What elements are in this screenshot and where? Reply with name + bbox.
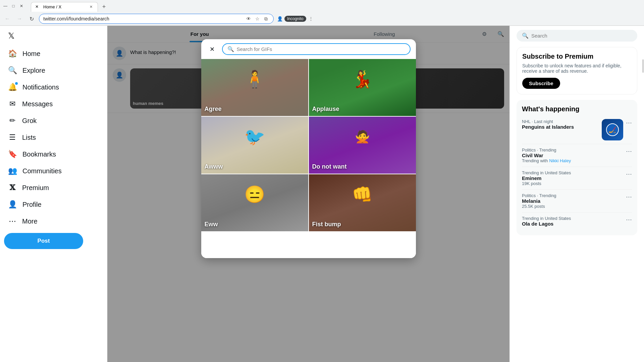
sidebar-label-bookmarks: Bookmarks — [22, 150, 56, 158]
back-button[interactable]: ← — [3, 14, 12, 23]
trending-options-eminem[interactable]: ⋯ — [626, 170, 632, 178]
gif-grid: 🧍 Agree 💃 Applause 🐦 — [201, 59, 416, 231]
x-logo[interactable]: 𝕏 — [4, 28, 103, 43]
post-button[interactable]: Post — [4, 233, 83, 249]
trending-options-melania[interactable]: ⋯ — [626, 193, 632, 200]
gif-awww-person: 🐦 — [201, 117, 308, 157]
trending-item-ola-de-lagos[interactable]: Trending in United States Ola de Lagos ⋯ — [522, 213, 632, 230]
sidebar-item-bookmarks[interactable]: 🔖 Bookmarks — [4, 146, 103, 162]
content-area: For you Following ⚙ 🔍 👤 What is happenin… — [107, 26, 510, 362]
trending-card: What's happening NHL · Last night Pengui… — [517, 100, 637, 235]
gif-cell-do-not-want[interactable]: 🙅 Do not want — [309, 117, 416, 174]
close-button[interactable]: ✕ — [19, 3, 24, 9]
eye-icon[interactable]: 👁 — [245, 15, 252, 22]
sidebar-label-profile: Profile — [22, 201, 42, 208]
browser-tab-active[interactable]: ✕ Home / X ✕ — [31, 2, 98, 12]
sidebar-item-messages[interactable]: ✉ Messages — [4, 96, 103, 112]
gif-modal: ✕ 🔍 🧍 Agree 💃 — [201, 39, 416, 258]
trending-sub-link-civil-war[interactable]: Nikki Haley — [549, 158, 571, 163]
trending-item-eminem[interactable]: Trending in United States Eminem 19K pos… — [522, 167, 632, 190]
sidebar-label-lists: Lists — [22, 134, 36, 141]
address-bar-row: ← → ↻ 👁 ☆ ⧉ 👤 Incognito ⋮ — [0, 12, 644, 25]
trending-options-penguins[interactable]: ⋯ — [626, 119, 632, 126]
gif-cell-awww[interactable]: 🐦 Awww — [201, 117, 308, 174]
trending-name-penguins: Penguins at Islanders — [522, 124, 599, 130]
profile-icon[interactable]: 👤 — [276, 15, 283, 22]
sidebar-item-home[interactable]: 🏠 Home — [4, 46, 103, 61]
address-bar-icons: 👁 ☆ ⧉ — [245, 15, 269, 22]
sidebar-item-explore[interactable]: 🔍 Explore — [4, 63, 103, 78]
trending-item-civil-war[interactable]: Politics · Trending Civil War Trending w… — [522, 144, 632, 167]
sidebar-label-more: More — [22, 218, 38, 225]
messages-icon: ✉ — [8, 100, 17, 108]
window-controls: — □ ✕ — [3, 3, 24, 9]
url-input[interactable] — [43, 16, 243, 21]
premium-icon: 𝕏 — [8, 183, 17, 192]
minimize-button[interactable]: — — [3, 3, 8, 9]
sidebar-label-explore: Explore — [22, 67, 45, 74]
sidebar-item-premium[interactable]: 𝕏 Premium — [4, 180, 103, 195]
gif-donot-person: 🙅 — [309, 117, 416, 157]
refresh-button[interactable]: ↻ — [27, 14, 36, 23]
sidebar-item-grok[interactable]: ✏ Grok — [4, 113, 103, 128]
gif-close-button[interactable]: ✕ — [207, 44, 218, 55]
gif-applause-person: 💃 — [309, 59, 416, 99]
trending-meta-penguins: NHL · Last night — [522, 119, 599, 124]
premium-desc: Subscribe to unlock new features and if … — [522, 63, 632, 74]
trending-item-penguins[interactable]: NHL · Last night Penguins at Islanders 🏒… — [522, 116, 632, 144]
sidebar: 𝕏 🏠 Home 🔍 Explore 🔔 Notifications ✉ Mes… — [0, 26, 107, 362]
notifications-icon: 🔔 — [8, 83, 17, 92]
sidebar-item-profile[interactable]: 👤 Profile — [4, 197, 103, 212]
trending-title: What's happening — [522, 105, 632, 113]
page-layout: 𝕏 🏠 Home 🔍 Explore 🔔 Notifications ✉ Mes… — [0, 26, 644, 362]
tab-bar: ✕ Home / X ✕ + — [28, 1, 111, 12]
trending-item-info-ola: Trending in United States Ola de Lagos — [522, 216, 623, 227]
sidebar-label-messages: Messages — [22, 100, 53, 108]
sidebar-label-grok: Grok — [22, 117, 37, 125]
menu-button[interactable]: ⋮ — [308, 15, 314, 22]
star-icon[interactable]: ☆ — [254, 15, 261, 22]
gif-cell-fist-bump[interactable]: 👊 Fist bump — [309, 174, 416, 231]
trending-name-civil-war: Civil War — [522, 153, 623, 158]
sidebar-item-notifications[interactable]: 🔔 Notifications — [4, 79, 103, 95]
forward-button[interactable]: → — [15, 14, 24, 23]
trending-options-ola[interactable]: ⋯ — [626, 216, 632, 223]
sidebar-item-more[interactable]: ⋯ More — [4, 214, 103, 229]
gif-cell-applause[interactable]: 💃 Applause — [309, 59, 416, 116]
sidebar-label-home: Home — [22, 50, 40, 58]
sidebar-label-premium: Premium — [22, 184, 49, 192]
gif-label-awww: Awww — [205, 163, 223, 170]
tab-close-button[interactable]: ✕ — [88, 4, 94, 10]
gif-search-input[interactable] — [237, 46, 405, 52]
new-tab-button[interactable]: + — [99, 2, 109, 12]
sidebar-scrollbar — [642, 59, 644, 73]
right-search-input[interactable] — [531, 33, 632, 39]
gif-modal-header: ✕ 🔍 — [201, 39, 416, 59]
home-icon: 🏠 — [8, 49, 17, 58]
trending-image-penguins: 🏒 — [602, 119, 623, 140]
gif-cell-agree[interactable]: 🧍 Agree — [201, 59, 308, 116]
address-bar[interactable]: 👁 ☆ ⧉ — [39, 14, 274, 24]
trending-options-civil-war[interactable]: ⋯ — [626, 147, 632, 155]
trending-name-melania: Melania — [522, 198, 623, 204]
notification-dot — [15, 82, 18, 85]
right-sidebar: 🔍 Subscribe to Premium Subscribe to unlo… — [510, 26, 644, 362]
trending-name-ola: Ola de Lagos — [522, 221, 623, 227]
incognito-badge: Incognito — [284, 16, 306, 22]
trending-name-eminem: Eminem — [522, 175, 623, 181]
sidebar-item-lists[interactable]: ☰ Lists — [4, 130, 103, 145]
gif-eww-person: 😑 — [201, 174, 308, 215]
gif-label-applause: Applause — [312, 106, 339, 113]
sidebar-scroll — [642, 26, 644, 362]
split-view-icon[interactable]: ⧉ — [263, 15, 269, 22]
right-search-box[interactable]: 🔍 — [517, 30, 637, 42]
subscribe-button[interactable]: Subscribe — [522, 78, 560, 89]
explore-icon: 🔍 — [8, 66, 17, 75]
gif-search-bar[interactable]: 🔍 — [222, 43, 411, 55]
lists-icon: ☰ — [8, 133, 17, 142]
gif-cell-eww[interactable]: 😑 Eww — [201, 174, 308, 231]
maximize-button[interactable]: □ — [11, 3, 16, 9]
sidebar-item-communities[interactable]: 👥 Communities — [4, 163, 103, 179]
trending-item-melania[interactable]: Politics · Trending Melania 25.5K posts … — [522, 190, 632, 213]
sidebar-label-notifications: Notifications — [22, 83, 59, 91]
